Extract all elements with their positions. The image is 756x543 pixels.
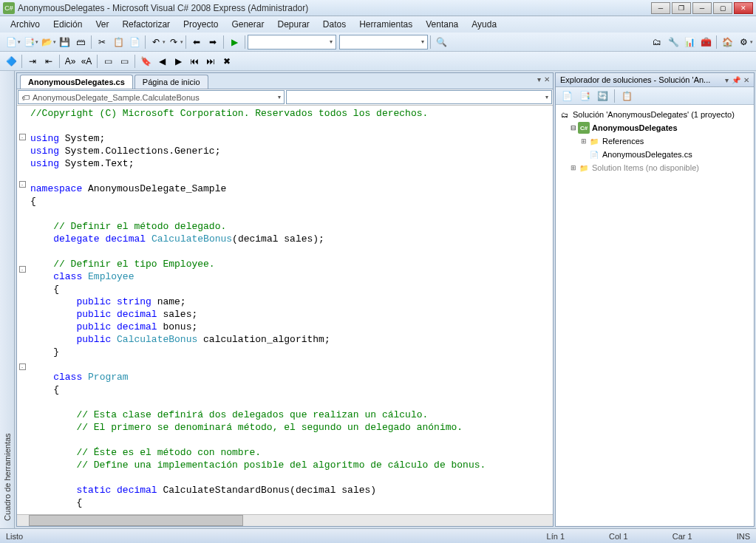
close-button[interactable]: ✕ xyxy=(734,2,753,14)
show-all-button[interactable]: 📑 xyxy=(576,88,593,104)
nav-forward-button[interactable]: ➡ xyxy=(205,34,221,50)
minimize-button-2[interactable]: ─ xyxy=(692,2,712,14)
object-browser-button[interactable]: 📊 xyxy=(681,34,698,50)
save-all-button[interactable]: 🗃 xyxy=(72,34,89,50)
member-nav-combo[interactable]: ▾ xyxy=(286,90,553,104)
start-page-button[interactable]: 🏠 xyxy=(719,34,735,50)
type-nav-combo[interactable]: 🏷 AnonymousDelegate_Sample.CalculateBonu… xyxy=(18,90,285,104)
panel-title-text: Explorador de soluciones - Solución 'An.… xyxy=(560,75,722,84)
copy-button[interactable]: 📋 xyxy=(110,34,126,50)
extensions-button[interactable]: ⚙ xyxy=(735,34,752,50)
status-ins: INS xyxy=(737,532,750,541)
outline-margin: - - - - xyxy=(17,106,27,514)
tree-file-node[interactable]: 📄 AnonymousDelegates.cs xyxy=(559,148,751,161)
comment-button[interactable]: A» xyxy=(62,53,78,69)
tab-close-button[interactable]: ✕ xyxy=(544,75,550,83)
uncomment-button[interactable]: «A xyxy=(78,53,95,69)
menu-proyecto[interactable]: Proyecto xyxy=(177,18,224,31)
prev-bookmark-button[interactable]: ◀ xyxy=(154,53,170,69)
menu-archivo[interactable]: Archivo xyxy=(4,18,46,31)
editor-pane: AnonymousDelegates.cs Página de inicio ▾… xyxy=(16,72,554,527)
menu-herramientas[interactable]: Herramientas xyxy=(353,18,418,31)
solution-explorer-button[interactable]: 🗂 xyxy=(649,34,665,50)
outline-collapse-button[interactable]: - xyxy=(19,266,26,273)
menu-ayuda[interactable]: Ayuda xyxy=(466,18,503,31)
new-project-button[interactable]: 📄 xyxy=(3,34,19,50)
app-icon: C# xyxy=(3,2,15,14)
outline-collapse-button[interactable]: - xyxy=(19,363,26,370)
paste-button[interactable]: 📄 xyxy=(126,34,143,50)
uncomment-selection-button[interactable]: ▭ xyxy=(116,53,132,69)
toolbox-button[interactable]: 🧰 xyxy=(698,34,714,50)
panel-close-button[interactable]: ✕ xyxy=(743,76,749,84)
solution-tree: 🗂 Solución 'AnonymousDelegates' (1 proye… xyxy=(556,105,754,526)
menu-depurar[interactable]: Depurar xyxy=(271,18,315,31)
menu-ver[interactable]: Ver xyxy=(89,18,115,31)
text-editor-toolbar: 🔷 ⇥ ⇤ A» «A ▭ ▭ 🔖 ◀ ▶ ⏮ ⏭ ✖ xyxy=(0,52,756,71)
increase-indent-button[interactable]: ⇥ xyxy=(24,53,41,69)
solution-label: Solución 'AnonymousDelegates' (1 proyect… xyxy=(573,110,735,119)
csharp-file-icon: 📄 xyxy=(588,148,600,160)
tree-solution-node[interactable]: 🗂 Solución 'AnonymousDelegates' (1 proye… xyxy=(559,108,751,121)
redo-button[interactable]: ↷ xyxy=(166,34,182,50)
code-nav-bar: 🏷 AnonymousDelegate_Sample.CalculateBonu… xyxy=(17,89,553,106)
restore-button[interactable]: ❐ xyxy=(672,2,691,14)
view-code-button[interactable]: 📋 xyxy=(619,88,635,104)
expand-icon[interactable]: ⊞ xyxy=(579,137,588,145)
decrease-indent-button[interactable]: ⇤ xyxy=(41,53,57,69)
undo-button[interactable]: ↶ xyxy=(148,34,164,50)
object-member-button[interactable]: 🔷 xyxy=(3,53,19,69)
properties-button[interactable]: 🔧 xyxy=(665,34,681,50)
menu-generar[interactable]: Generar xyxy=(225,18,270,31)
prev-bookmark-folder-button[interactable]: ⏮ xyxy=(186,53,202,69)
save-button[interactable]: 💾 xyxy=(56,34,72,50)
next-bookmark-button[interactable]: ▶ xyxy=(170,53,186,69)
tree-solution-items-node[interactable]: ⊞ 📁 Solution Items (no disponible) xyxy=(559,161,751,174)
solution-toolbar: 📄 📑 🔄 📋 xyxy=(556,87,754,105)
status-bar: Listo Lín 1 Col 1 Car 1 INS xyxy=(0,528,756,543)
type-nav-text: AnonymousDelegate_Sample.CalculateBonus xyxy=(33,93,200,102)
find-button[interactable]: 🔍 xyxy=(433,34,449,50)
menu-refactorizar[interactable]: Refactorizar xyxy=(116,18,176,31)
panel-pin-button[interactable]: 📌 xyxy=(732,76,740,84)
start-debug-button[interactable]: ▶ xyxy=(226,34,242,50)
bookmark-button[interactable]: 🔖 xyxy=(137,53,154,69)
expand-icon[interactable]: ⊟ xyxy=(569,124,578,132)
config-combo[interactable]: ▾ xyxy=(248,35,336,49)
maximize-button[interactable]: ▢ xyxy=(713,2,732,14)
namespace-icon: 🏷 xyxy=(21,93,30,102)
open-button[interactable]: 📂 xyxy=(38,34,55,50)
horizontal-scrollbar[interactable] xyxy=(17,514,553,526)
cut-button[interactable]: ✂ xyxy=(94,34,110,50)
tree-project-node[interactable]: ⊟ C# AnonymousDelegates xyxy=(559,121,751,134)
outline-collapse-button[interactable]: - xyxy=(19,181,26,188)
tree-references-node[interactable]: ⊞ 📁 References xyxy=(559,134,751,148)
menu-edicion[interactable]: Edición xyxy=(47,18,88,31)
refresh-button[interactable]: 🔄 xyxy=(594,88,610,104)
menu-datos[interactable]: Datos xyxy=(317,18,352,31)
solution-items-label: Solution Items (no disponible) xyxy=(592,163,699,172)
status-ready: Listo xyxy=(6,532,23,541)
project-icon: C# xyxy=(578,122,590,134)
menu-ventana[interactable]: Ventana xyxy=(420,18,464,31)
toolbox-tab[interactable]: Cuadro de herramientas xyxy=(0,71,15,528)
platform-combo[interactable]: ▾ xyxy=(339,35,428,49)
solution-icon: 🗂 xyxy=(559,109,571,120)
properties-button[interactable]: 📄 xyxy=(559,88,575,104)
outline-collapse-button[interactable]: - xyxy=(19,134,26,140)
panel-dropdown-button[interactable]: ▾ xyxy=(725,76,729,84)
toolbox-label: Cuadro de herramientas xyxy=(3,75,12,524)
tab-anonymousdelegates[interactable]: AnonymousDelegates.cs xyxy=(20,75,133,89)
nav-back-button[interactable]: ⬅ xyxy=(188,34,205,50)
solution-explorer-title: Explorador de soluciones - Solución 'An.… xyxy=(556,73,754,87)
tab-dropdown-button[interactable]: ▾ xyxy=(537,75,541,83)
add-item-button[interactable]: 📑 xyxy=(21,34,37,50)
minimize-button[interactable]: ─ xyxy=(651,2,670,14)
code-editor[interactable]: //Copyright (C) Microsoft Corporation. R… xyxy=(27,106,553,514)
tab-startpage[interactable]: Página de inicio xyxy=(134,75,208,89)
clear-bookmarks-button[interactable]: ✖ xyxy=(219,53,235,69)
comment-selection-button[interactable]: ▭ xyxy=(100,53,116,69)
status-col: Col 1 xyxy=(609,532,628,541)
next-bookmark-folder-button[interactable]: ⏭ xyxy=(202,53,219,69)
expand-icon[interactable]: ⊞ xyxy=(569,164,578,171)
